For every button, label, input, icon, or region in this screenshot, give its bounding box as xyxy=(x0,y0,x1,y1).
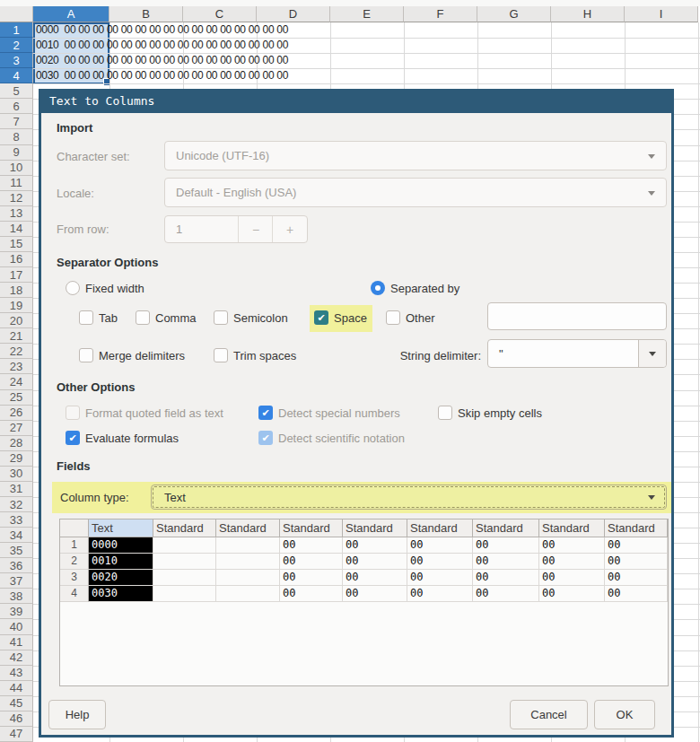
preview-cell[interactable]: 00 xyxy=(407,570,473,586)
row-header-37[interactable]: 37 xyxy=(0,573,33,589)
preview-cell[interactable]: 00 xyxy=(343,586,407,602)
preview-column-header-9[interactable]: Standard xyxy=(605,519,668,537)
preview-cell[interactable]: 00 xyxy=(280,554,343,570)
row-header-40[interactable]: 40 xyxy=(0,619,33,634)
column-header-D[interactable]: D xyxy=(257,6,330,22)
preview-cell[interactable] xyxy=(153,586,216,602)
preview-cell[interactable] xyxy=(216,537,280,554)
select-all-corner[interactable] xyxy=(0,6,33,22)
dialog-titlebar[interactable]: Text to Columns xyxy=(39,89,674,113)
row-header-45[interactable]: 45 xyxy=(0,696,33,711)
other-separator-input[interactable] xyxy=(487,302,667,330)
preview-cell[interactable]: 00 xyxy=(605,554,668,570)
preview-cell[interactable]: 00 xyxy=(407,554,473,570)
row-header-43[interactable]: 43 xyxy=(0,666,33,681)
row-header-11[interactable]: 11 xyxy=(0,176,33,191)
preview-cell[interactable]: 00 xyxy=(473,586,539,602)
column-header-B[interactable]: B xyxy=(109,6,183,22)
help-button[interactable]: Help xyxy=(48,700,106,729)
row-header-3[interactable]: 3 xyxy=(0,53,33,68)
preview-cell[interactable]: 00 xyxy=(473,570,539,586)
column-header-H[interactable]: H xyxy=(551,6,625,22)
preview-cell[interactable] xyxy=(216,570,280,586)
row-header-14[interactable]: 14 xyxy=(0,222,33,237)
row-header-30[interactable]: 30 xyxy=(0,467,33,482)
preview-cell[interactable] xyxy=(216,586,280,602)
row-header-42[interactable]: 42 xyxy=(0,650,33,666)
preview-cell[interactable] xyxy=(153,570,216,586)
preview-cell[interactable]: 00 xyxy=(605,586,668,602)
string-delimiter-dropdown-button[interactable] xyxy=(638,340,666,367)
preview-cell[interactable]: 00 xyxy=(343,554,407,570)
row-header-15[interactable]: 15 xyxy=(0,237,33,252)
row-header-28[interactable]: 28 xyxy=(0,436,33,451)
column-header-E[interactable]: E xyxy=(330,6,404,22)
row-header-46[interactable]: 46 xyxy=(0,711,33,727)
row-header-19[interactable]: 19 xyxy=(0,298,33,313)
trim-spaces-checkbox[interactable]: ✔ xyxy=(214,348,228,362)
preview-cell[interactable]: 0010 xyxy=(89,554,153,570)
preview-cell[interactable]: 00 xyxy=(280,586,343,602)
row-header-10[interactable]: 10 xyxy=(0,161,33,176)
column-header-A[interactable]: A xyxy=(33,6,109,22)
preview-cell[interactable]: 00 xyxy=(539,586,605,602)
preview-cell[interactable]: 00 xyxy=(473,537,539,554)
preview-column-header-7[interactable]: Standard xyxy=(473,519,539,537)
preview-cell[interactable]: 00 xyxy=(343,537,407,554)
ok-button[interactable]: OK xyxy=(594,700,655,729)
semicolon-checkbox[interactable]: ✔ xyxy=(214,310,228,325)
row-header-25[interactable]: 25 xyxy=(0,390,33,406)
preview-cell[interactable]: 00 xyxy=(539,570,605,586)
row-header-26[interactable]: 26 xyxy=(0,406,33,421)
tab-checkbox[interactable]: ✔ xyxy=(79,310,93,325)
row-header-17[interactable]: 17 xyxy=(0,267,33,283)
fixed-width-radio[interactable] xyxy=(66,281,80,295)
preview-cell[interactable]: 00 xyxy=(343,570,407,586)
preview-cell[interactable]: 0000 xyxy=(89,537,153,554)
cancel-button[interactable]: Cancel xyxy=(510,700,588,729)
row-header-1[interactable]: 1 xyxy=(0,22,33,38)
row-header-2[interactable]: 2 xyxy=(0,38,33,53)
row-header-24[interactable]: 24 xyxy=(0,374,33,389)
row-header-9[interactable]: 9 xyxy=(0,145,33,161)
separated-by-radio[interactable] xyxy=(371,281,385,295)
column-header-F[interactable]: F xyxy=(404,6,477,22)
column-type-dropdown[interactable]: Text xyxy=(151,484,667,510)
preview-cell[interactable]: 00 xyxy=(280,537,343,554)
row-header-18[interactable]: 18 xyxy=(0,283,33,298)
row-header-21[interactable]: 21 xyxy=(0,328,33,344)
row-header-5[interactable]: 5 xyxy=(0,83,33,99)
row-header-36[interactable]: 36 xyxy=(0,558,33,573)
row-header-4[interactable]: 4 xyxy=(0,68,33,83)
row-header-16[interactable]: 16 xyxy=(0,252,33,267)
row-header-47[interactable]: 47 xyxy=(0,727,33,742)
row-header-39[interactable]: 39 xyxy=(0,604,33,619)
evaluate-formulas-checkbox[interactable]: ✔ xyxy=(66,431,80,445)
row-header-7[interactable]: 7 xyxy=(0,114,33,129)
preview-cell[interactable]: 0020 xyxy=(89,570,153,586)
column-header-G[interactable]: G xyxy=(477,6,551,22)
row-header-32[interactable]: 32 xyxy=(0,497,33,512)
preview-column-header-8[interactable]: Standard xyxy=(539,519,605,537)
preview-cell[interactable]: 00 xyxy=(605,570,668,586)
other-checkbox[interactable]: ✔ xyxy=(386,310,400,325)
skip-empty-cells-checkbox[interactable]: ✔ xyxy=(438,406,452,420)
preview-column-header-1[interactable]: Text xyxy=(89,519,153,537)
preview-cell[interactable]: 0030 xyxy=(89,586,153,602)
row-header-33[interactable]: 33 xyxy=(0,512,33,528)
row-header-27[interactable]: 27 xyxy=(0,421,33,436)
row-header-31[interactable]: 31 xyxy=(0,482,33,497)
row-header-34[interactable]: 34 xyxy=(0,528,33,543)
preview-cell[interactable]: 00 xyxy=(539,537,605,554)
row-header-22[interactable]: 22 xyxy=(0,344,33,359)
row-header-35[interactable]: 35 xyxy=(0,543,33,558)
preview-cell[interactable] xyxy=(153,537,216,554)
preview-column-header-5[interactable]: Standard xyxy=(343,519,407,537)
row-header-23[interactable]: 23 xyxy=(0,359,33,374)
preview-column-header-2[interactable]: Standard xyxy=(153,519,216,537)
row-header-29[interactable]: 29 xyxy=(0,451,33,467)
row-header-38[interactable]: 38 xyxy=(0,589,33,604)
column-header-I[interactable]: I xyxy=(625,6,698,22)
preview-column-header-4[interactable]: Standard xyxy=(280,519,343,537)
preview-cell[interactable]: 00 xyxy=(407,537,473,554)
